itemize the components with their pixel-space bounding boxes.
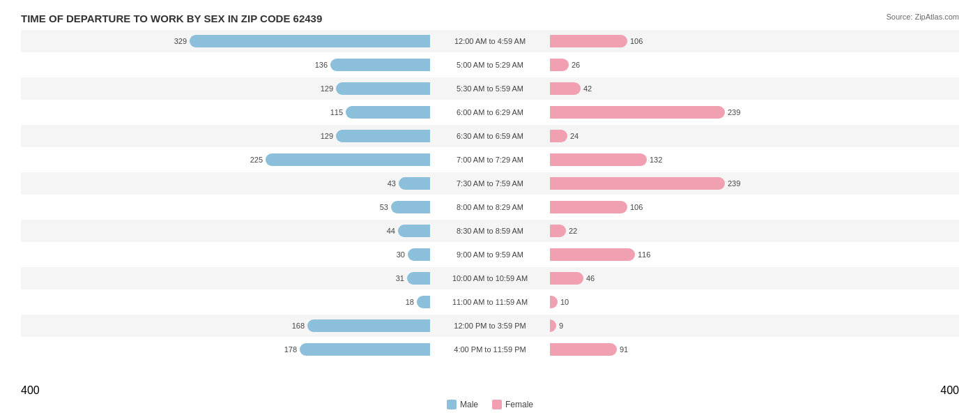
female-bar-wrap: 239 xyxy=(549,106,959,119)
female-bar xyxy=(550,248,635,261)
male-bar-wrap: 129 xyxy=(21,82,431,95)
female-bar-wrap: 24 xyxy=(549,130,959,142)
male-value: 329 xyxy=(174,37,187,45)
left-section: 18 xyxy=(21,296,434,308)
left-section: 44 xyxy=(21,225,434,237)
time-label: 8:00 AM to 8:29 AM xyxy=(434,203,546,211)
right-section: 106 xyxy=(546,35,959,47)
male-bar xyxy=(391,201,430,213)
chart-container: TIME OF DEPARTURE TO WORK BY SEX IN ZIP … xyxy=(0,0,980,415)
female-bar-wrap: 26 xyxy=(549,59,959,71)
right-section: 116 xyxy=(546,248,959,261)
male-bar xyxy=(190,35,430,47)
female-bar-wrap: 46 xyxy=(549,272,959,285)
female-value: 91 xyxy=(620,345,628,354)
female-value: 116 xyxy=(638,250,650,259)
axis-left-label: 400 xyxy=(21,384,40,397)
male-bar xyxy=(417,296,430,308)
legend-female-label: Female xyxy=(505,400,533,409)
male-bar xyxy=(398,225,430,237)
female-bar xyxy=(550,343,617,356)
chart-row: 136 5:00 AM to 5:29 AM 26 xyxy=(21,54,959,76)
male-bar-wrap: 115 xyxy=(21,106,431,119)
male-bar-wrap: 136 xyxy=(21,59,431,71)
left-section: 136 xyxy=(21,59,434,71)
male-bar xyxy=(300,343,430,356)
female-bar-wrap: 9 xyxy=(549,319,959,332)
male-bar-wrap: 44 xyxy=(21,225,431,237)
female-bar xyxy=(550,59,569,71)
male-value: 115 xyxy=(330,108,343,116)
male-bar xyxy=(307,319,430,332)
male-bar-wrap: 30 xyxy=(21,248,431,261)
right-section: 9 xyxy=(546,319,959,332)
female-bar-wrap: 22 xyxy=(549,225,959,237)
female-value: 132 xyxy=(650,156,662,164)
male-value: 129 xyxy=(321,132,333,140)
left-section: 329 xyxy=(21,35,434,47)
right-section: 46 xyxy=(546,272,959,285)
right-section: 239 xyxy=(546,106,959,119)
female-bar-wrap: 132 xyxy=(549,153,959,166)
time-label: 5:30 AM to 5:59 AM xyxy=(434,84,546,93)
female-value: 239 xyxy=(728,179,740,188)
legend-male-box xyxy=(447,400,457,409)
legend: Male Female xyxy=(447,400,533,409)
chart-row: 329 12:00 AM to 4:59 AM 106 xyxy=(21,30,959,52)
time-label: 6:00 AM to 6:29 AM xyxy=(434,108,546,116)
male-bar xyxy=(330,59,430,71)
female-value: 106 xyxy=(630,203,643,211)
chart-row: 225 7:00 AM to 7:29 AM 132 xyxy=(21,149,959,171)
female-bar xyxy=(550,130,567,142)
male-bar-wrap: 168 xyxy=(21,319,431,332)
left-section: 31 xyxy=(21,272,434,285)
male-bar-wrap: 129 xyxy=(21,130,431,142)
left-section: 53 xyxy=(21,201,434,213)
axis-labels: 400 400 xyxy=(0,384,980,397)
male-value: 44 xyxy=(387,227,395,235)
legend-female-box xyxy=(492,400,502,409)
male-value: 43 xyxy=(388,179,396,188)
female-bar xyxy=(550,225,566,237)
male-bar-wrap: 18 xyxy=(21,296,431,308)
female-value: 46 xyxy=(586,274,595,282)
male-value: 30 xyxy=(397,250,405,259)
time-label: 7:00 AM to 7:29 AM xyxy=(434,156,546,164)
legend-female: Female xyxy=(492,400,533,409)
right-section: 10 xyxy=(546,296,959,308)
female-bar-wrap: 42 xyxy=(549,82,959,95)
female-bar-wrap: 106 xyxy=(549,35,959,47)
right-section: 106 xyxy=(546,201,959,213)
male-bar xyxy=(399,177,430,190)
chart-row: 178 4:00 PM to 11:59 PM 91 xyxy=(21,338,959,361)
left-section: 178 xyxy=(21,343,434,356)
male-value: 129 xyxy=(321,84,333,93)
male-value: 225 xyxy=(250,156,263,164)
axis-right-label: 400 xyxy=(940,384,959,397)
male-bar-wrap: 43 xyxy=(21,177,431,190)
female-value: 10 xyxy=(560,298,569,306)
time-label: 10:00 AM to 10:59 AM xyxy=(434,274,546,282)
female-value: 26 xyxy=(572,61,580,69)
male-bar-wrap: 178 xyxy=(21,343,431,356)
right-section: 26 xyxy=(546,59,959,71)
chart-area: 329 12:00 AM to 4:59 AM 106 136 5:00 AM … xyxy=(21,30,959,356)
male-bar-wrap: 53 xyxy=(21,201,431,213)
right-section: 42 xyxy=(546,82,959,95)
left-section: 43 xyxy=(21,177,434,190)
male-value: 18 xyxy=(406,298,414,306)
time-label: 12:00 PM to 3:59 PM xyxy=(434,322,546,330)
chart-row: 53 8:00 AM to 8:29 AM 106 xyxy=(21,196,959,218)
right-section: 132 xyxy=(546,153,959,166)
right-section: 24 xyxy=(546,130,959,142)
female-bar xyxy=(550,201,627,213)
legend-male: Male xyxy=(447,400,478,409)
female-value: 239 xyxy=(728,108,740,116)
female-bar-wrap: 91 xyxy=(549,343,959,356)
male-bar-wrap: 329 xyxy=(21,35,431,47)
male-value: 136 xyxy=(315,61,328,69)
time-label: 8:30 AM to 8:59 AM xyxy=(434,227,546,235)
time-label: 7:30 AM to 7:59 AM xyxy=(434,179,546,188)
right-section: 239 xyxy=(546,177,959,190)
male-bar xyxy=(336,130,430,142)
